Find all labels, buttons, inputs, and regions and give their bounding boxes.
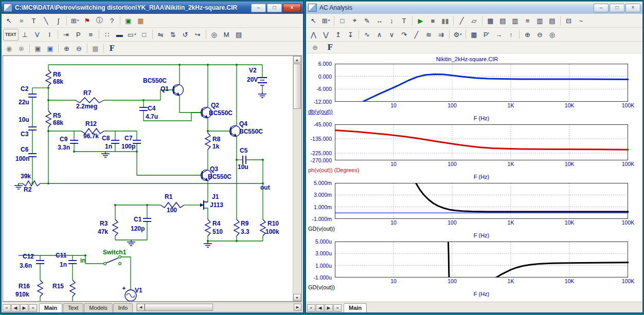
component-label-22u[interactable]: 22u [19,99,29,106]
component-label-c2[interactable]: C2 [21,86,28,92]
waveform-label[interactable]: db(v(out)) [308,108,333,115]
power-display-toggle[interactable]: P [73,29,84,41]
copy-picture-button[interactable]: ▣ [44,43,56,54]
maximize-button[interactable]: □ [610,4,624,12]
help-mode[interactable]: ? [106,15,118,27]
scroll-down-button[interactable]: ▼ [293,294,301,301]
zoom-out-button[interactable]: ⊖ [73,43,85,54]
component-label-switch1[interactable]: Switch1 [103,249,126,256]
nav-first-button[interactable]: « [3,304,11,312]
ruler-toggle[interactable]: ▥ [509,15,521,27]
component-label-r8[interactable]: R8 [212,136,220,143]
scroll-up-button[interactable]: ▲ [293,56,301,63]
component-label-1k[interactable]: 1k [212,143,219,150]
component-label-j113[interactable]: J113 [210,202,223,209]
schematic-titlebar[interactable]: C:\MC9\DATA\Petrov\switching distortion\… [2,2,303,14]
find-part-tool[interactable]: M [221,29,232,41]
baseline-toggle[interactable]: ⊟ [563,15,575,27]
run-button[interactable]: ▶ [415,15,426,27]
schematic-drawing-area[interactable]: R668kC222uR72.2megBC550CQ1V220VR568k10uC… [3,56,293,301]
help-button[interactable]: ◉ [3,43,15,54]
line-tool[interactable]: ╱ [456,15,468,27]
component-label-r12[interactable]: R12 [85,121,97,127]
tab-info[interactable]: Info [113,303,133,312]
pin-connections-toggle[interactable]: ⊥ [19,29,31,41]
horizontal-grids-toggle[interactable]: ▥ [534,15,546,27]
nav-next-button[interactable]: ▶ [20,304,28,312]
component-label-120p[interactable]: 120p [131,226,145,232]
envelope-button[interactable]: ≋ [423,29,435,41]
component-label-r10[interactable]: R10 [267,220,279,227]
go-to-valley-button[interactable]: ⋁ [320,29,332,41]
component-label-q2[interactable]: Q2 [211,102,219,109]
point-tag-mode[interactable]: ✎ [361,15,373,27]
nav-prev-button[interactable]: ◀ [11,304,20,312]
component-label-10u[interactable]: 10u [19,117,29,123]
performance-menu[interactable]: ⚙▾ [452,29,463,41]
numeric-output-button[interactable]: ▦ [468,29,480,41]
grid-toggle[interactable]: ∷ [101,29,113,41]
vertical-grids-toggle[interactable]: ▤ [546,15,558,27]
copy-page-button[interactable]: ▣ [32,43,44,54]
waveform-label[interactable]: GD(v(out)) [308,226,335,232]
component-label-r4[interactable]: R4 [212,220,220,227]
text-mode[interactable]: T [398,15,410,27]
component-label-r1[interactable]: R1 [165,194,172,200]
component-label-100k[interactable]: 100k [265,229,279,235]
horizontal-scrollbar-thumb[interactable] [145,304,213,311]
go-to-peak-button[interactable]: ⋀ [308,29,319,41]
data-points-toggle[interactable]: ▦ [485,15,496,27]
component-label-r9[interactable]: R9 [241,220,248,227]
component-label-r3[interactable]: R3 [100,220,108,227]
go-to-x-button[interactable]: → [493,29,505,41]
zoom-in-button[interactable]: ⊕ [61,43,73,54]
border-toggle[interactable]: ▬ [114,29,126,41]
component-label-47k[interactable]: 47k [98,229,108,235]
nav-next-button[interactable]: ▶ [325,304,333,312]
select-tool[interactable]: ↖ [308,15,319,27]
component-label-in[interactable]: in [80,257,86,264]
horizontal-tag-mode[interactable]: ↔ [373,15,385,27]
tab-models[interactable]: Models [84,303,112,312]
info-mode[interactable]: ⓘ [94,15,105,27]
close-button[interactable]: × [625,4,640,12]
node-voltages-toggle[interactable]: V [31,29,43,41]
scribble-mode[interactable]: ʃ [52,15,64,27]
node-currents-toggle[interactable]: I [44,29,56,41]
component-label-100p[interactable]: 100p [121,143,135,150]
close-button[interactable]: × [283,4,301,12]
component-label-c11[interactable]: C11 [56,252,66,259]
text-attributes-button[interactable]: TEXT [3,29,19,41]
component-label-20v[interactable]: 20V [247,77,258,83]
tab-text[interactable]: Text [63,303,83,312]
component-label-4.7u[interactable]: 4.7u [146,114,158,120]
condition-display-toggle[interactable]: ≡ [85,29,97,41]
image-button[interactable]: ▦ [90,43,101,54]
zoom-fit-button[interactable]: ◎ [546,29,558,41]
component-label-out[interactable]: out [260,184,270,191]
current-display-toggle[interactable]: ⇥ [60,29,72,41]
text-mode[interactable]: T [28,15,40,27]
component-label-v1[interactable]: V1 [135,287,142,294]
component-label-1n[interactable]: 1n [105,143,112,150]
component-label-96.7k[interactable]: 96.7k [83,133,99,140]
component-label-j1[interactable]: J1 [212,194,219,200]
horizontal-scrollbar[interactable]: ◀ ▶ [136,303,302,312]
rise-button[interactable]: ∧ [373,29,385,41]
component-label-c1[interactable]: C1 [134,216,141,223]
annotate-button[interactable]: ⊕ [309,42,321,53]
scroll-left-button[interactable]: ◀ [137,304,145,311]
component-label-c12[interactable]: C12 [23,253,34,260]
zoom-in-button[interactable]: ⊕ [522,29,533,41]
plot-area[interactable]: Nikitin_2kHz-square.CIR6.0000.000-6.000-… [306,53,642,302]
rotate-tool[interactable]: ↺ [180,29,191,41]
abort-button[interactable]: ⊗ [15,43,27,54]
schematic-canvas[interactable]: R668kC222uR72.2megBC550CQ1V220VR568k10uC… [3,55,302,302]
nav-last-button[interactable]: » [29,304,37,312]
component-label-3.3n[interactable]: 3.3n [58,144,70,151]
pause-button[interactable]: ▮▮ [439,15,451,27]
component-label-bc550c[interactable]: BC550C [239,128,263,135]
component-label-v2[interactable]: V2 [249,67,257,74]
component-label-c7[interactable]: C7 [124,135,132,142]
power-button[interactable]: P' [480,29,492,41]
